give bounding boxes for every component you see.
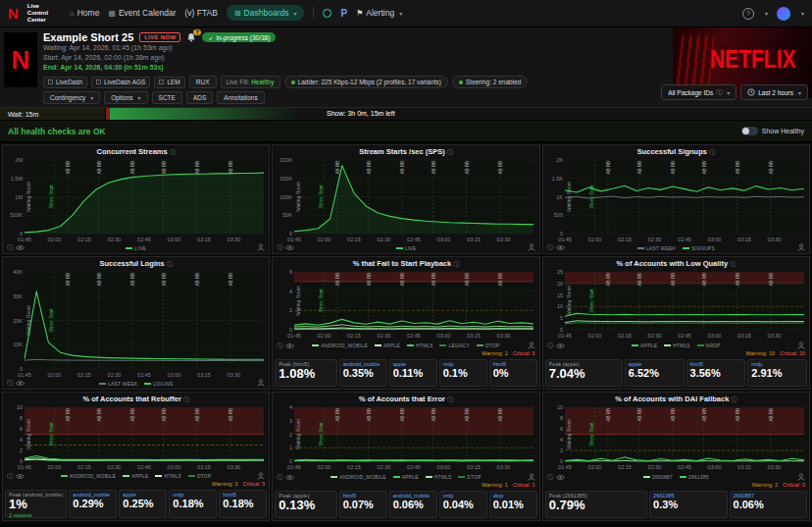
info-icon[interactable]: ⓘ xyxy=(730,261,736,267)
panel-left-icons[interactable]: ⓘ xyxy=(547,243,565,252)
legend-item-nrdp[interactable]: NRDP xyxy=(697,343,721,348)
legend-item-apple[interactable]: APPLE xyxy=(393,474,419,480)
livedash-ags-toggle[interactable]: LiveDash AGS xyxy=(91,77,150,88)
time-range-dropdown[interactable]: Last 2 hours▾ xyxy=(740,84,808,100)
in-progress-badge[interactable]: ✓in-progress (30/38) xyxy=(202,32,276,42)
info-icon[interactable]: ⓘ xyxy=(447,396,453,402)
legend-item-signups[interactable]: SIGNUPS xyxy=(683,245,715,251)
info-icon[interactable]: ⓘ xyxy=(547,243,553,252)
info-icon[interactable]: ⓘ xyxy=(170,149,176,155)
timeline-bar[interactable]: Show: 3h 0m, 15m left xyxy=(106,108,812,120)
legend-item-last week[interactable]: LAST WEEK xyxy=(99,381,137,387)
owner-icon-button[interactable] xyxy=(528,342,535,349)
avatar[interactable] xyxy=(777,7,790,21)
legend-item-dtop[interactable]: DTOP xyxy=(477,343,500,348)
p-app-icon[interactable]: P xyxy=(340,8,347,19)
legend-label: LIVE xyxy=(134,245,146,251)
legend-item-android_mobile[interactable]: ANDROID_MOBILE xyxy=(330,474,386,480)
info-icon[interactable]: ⓘ xyxy=(167,261,173,267)
chart-plot[interactable]: 4321001:4502:0002:1502:3002:4503:0003:15… xyxy=(275,404,536,472)
info-icon[interactable]: ⓘ xyxy=(7,379,13,388)
nav-event-calendar[interactable]: ▦Event Calendar xyxy=(108,8,176,18)
chart-plot[interactable]: 252015105001:4502:0002:1502:3002:4503:00… xyxy=(545,269,807,341)
svg-text:AB RB: AB RB xyxy=(636,273,641,287)
owner-icon-button[interactable] xyxy=(528,243,535,251)
legend-item-2661385[interactable]: 2661385 xyxy=(680,474,709,480)
owner-icon-button[interactable] xyxy=(528,473,535,481)
legend-item-legacy[interactable]: LEGACY xyxy=(439,343,470,348)
legend-item-dtop[interactable]: DTOP xyxy=(188,473,212,479)
steering-status[interactable]: Steering: 2 enabled xyxy=(452,76,528,88)
svg-text:10: 10 xyxy=(557,404,563,410)
owner-icon-button[interactable] xyxy=(797,342,805,349)
options-button[interactable]: Options▾ xyxy=(104,91,147,104)
info-icon[interactable]: ⓘ xyxy=(277,243,282,252)
owner-icon-button[interactable] xyxy=(257,243,265,251)
info-icon[interactable]: ⓘ xyxy=(547,473,553,482)
nav-ftab[interactable]: (v) FTAB xyxy=(185,8,218,18)
nav-alerting[interactable]: ⚑Alerting▾ xyxy=(356,8,402,18)
nav-dashboards[interactable]: ⊞Dashboards▾ xyxy=(227,5,305,21)
chart-plot[interactable]: 108642001:4502:0002:1502:3002:4503:0003:… xyxy=(5,404,267,471)
nav-home[interactable]: ⌂Home xyxy=(70,8,100,18)
info-icon[interactable]: ⓘ xyxy=(7,472,13,481)
info-icon[interactable]: ⓘ xyxy=(731,396,736,402)
info-icon[interactable]: ⓘ xyxy=(547,342,553,350)
info-icon[interactable]: ⓘ xyxy=(709,149,715,155)
panel-left-icons[interactable]: ⓘ xyxy=(277,473,294,482)
legend-item-live[interactable]: LIVE xyxy=(126,245,146,251)
notifications-bell[interactable]: 7 xyxy=(186,32,196,42)
livedash-toggle[interactable]: LiveDash xyxy=(43,77,87,88)
info-icon[interactable]: ⓘ xyxy=(7,243,13,252)
legend-item-android_mobile[interactable]: ANDROID_MOBILE xyxy=(312,343,368,348)
rux-button[interactable]: RUX xyxy=(189,76,217,88)
panel-left-icons[interactable]: ⓘ xyxy=(7,472,25,481)
legend-item-html5[interactable]: HTML5 xyxy=(407,343,432,348)
legend-item-html5[interactable]: HTML5 xyxy=(155,473,180,479)
legend-item-android_mobile[interactable]: ANDROID_MOBILE xyxy=(61,473,117,479)
legend-item-last week[interactable]: LAST WEEK xyxy=(637,245,676,251)
panel-left-icons[interactable]: ⓘ xyxy=(7,379,25,388)
svg-text:AB RB: AB RB xyxy=(701,273,706,287)
legend-item-dtop[interactable]: DTOP xyxy=(458,474,482,480)
legend-item-html5[interactable]: HTML5 xyxy=(426,474,451,480)
panel-left-icons[interactable]: ⓘ xyxy=(277,342,294,350)
chart-plot[interactable]: 40K30K20K10K001:4502:0002:1502:3002:4503… xyxy=(5,269,267,378)
panel-left-icons[interactable]: ⓘ xyxy=(277,243,294,252)
info-icon[interactable]: ⓘ xyxy=(183,396,189,402)
help-icon[interactable]: ? xyxy=(742,8,754,20)
chart-plot[interactable]: 2M1.5M1M500K001:4502:0002:1502:3002:4503… xyxy=(5,157,267,242)
panel-left-icons[interactable]: ⓘ xyxy=(7,243,25,252)
status-circle-icon[interactable] xyxy=(323,9,331,18)
annotations-button[interactable]: Annotations xyxy=(217,91,264,104)
legend-item-live[interactable]: LIVE xyxy=(396,245,417,251)
owner-icon-button[interactable] xyxy=(797,473,805,481)
lem-toggle[interactable]: LEM xyxy=(154,77,184,88)
legend-item-logins[interactable]: LOGINS xyxy=(144,381,173,387)
info-icon[interactable]: ⓘ xyxy=(447,149,453,155)
event-thumbnail[interactable]: N xyxy=(4,32,37,87)
ads-button[interactable]: ADS xyxy=(186,91,213,104)
info-icon[interactable]: ⓘ xyxy=(453,261,459,267)
contingency-button[interactable]: Contingency▾ xyxy=(43,91,100,104)
chart-plot[interactable]: 642001:4502:0002:1502:3002:4503:0003:150… xyxy=(275,269,536,341)
chart-plot[interactable]: 200K150K100K50K001:4502:0002:1502:3002:4… xyxy=(275,157,536,242)
chart-plot[interactable]: 2K1.5K1K500001:4502:0002:1502:3002:4503:… xyxy=(545,157,807,242)
package-ids-dropdown[interactable]: All Package IDsⓘ▾ xyxy=(661,84,736,100)
info-icon[interactable]: ⓘ xyxy=(277,342,282,350)
ladder-status[interactable]: Ladder: 225 Kbps-12 Mbps (2 profiles, 17… xyxy=(284,76,448,88)
legend-item-2660887[interactable]: 2660887 xyxy=(643,474,673,480)
chart-plot[interactable]: 108642001:4502:0002:1502:3002:4503:0003:… xyxy=(545,404,807,472)
legend-item-html5[interactable]: HTML5 xyxy=(664,343,689,348)
owner-icon-button[interactable] xyxy=(257,379,265,387)
panel-left-icons[interactable]: ⓘ xyxy=(547,342,565,350)
panel-left-icons[interactable]: ⓘ xyxy=(547,473,565,482)
legend-item-apple[interactable]: APPLE xyxy=(632,343,657,348)
info-icon[interactable]: ⓘ xyxy=(277,473,282,482)
show-healthy-toggle[interactable] xyxy=(741,127,758,135)
legend-item-apple[interactable]: APPLE xyxy=(123,473,148,479)
owner-icon-button[interactable] xyxy=(257,472,265,480)
scte-button[interactable]: SCTE xyxy=(152,91,182,104)
legend-item-apple[interactable]: APPLE xyxy=(375,343,400,348)
owner-icon-button[interactable] xyxy=(797,243,805,251)
